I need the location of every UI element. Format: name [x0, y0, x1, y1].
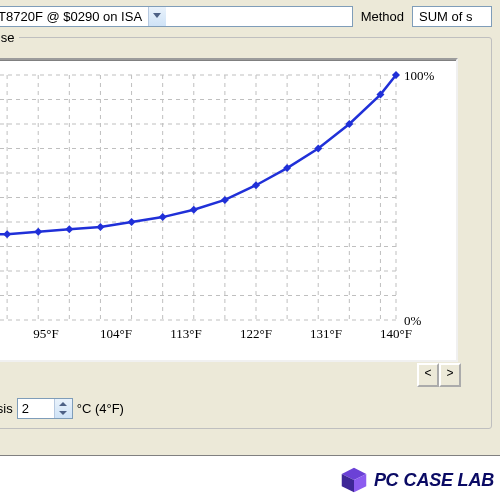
spinner-down-icon[interactable] [55, 409, 72, 419]
spinner-up-icon[interactable] [55, 399, 72, 409]
svg-text:0%: 0% [404, 313, 422, 328]
temp-max-decrease-button[interactable]: < [417, 363, 439, 387]
cube-icon [340, 466, 368, 494]
method-select-value: SUM of s [413, 9, 478, 24]
svg-text:122°F: 122°F [240, 326, 272, 341]
response-group: Response 86°F95°F104°F113°F122°F131°F140… [0, 37, 492, 429]
chip-select-dropdown[interactable]: m IT8720F @ $0290 on ISA [0, 6, 353, 27]
method-label: Method [361, 9, 404, 24]
hysteresis-input[interactable] [18, 399, 54, 418]
watermark-text-pc: PC [374, 470, 398, 490]
svg-text:131°F: 131°F [310, 326, 342, 341]
svg-text:95°F: 95°F [33, 326, 58, 341]
hysteresis-unit: °C (4°F) [77, 401, 124, 416]
fan-curve-chart[interactable]: 86°F95°F104°F113°F122°F131°F140°F100%0% [0, 58, 458, 362]
svg-text:100%: 100% [404, 68, 435, 83]
svg-text:113°F: 113°F [170, 326, 201, 341]
hysteresis-spinner[interactable] [17, 398, 73, 419]
temp-max-increase-button[interactable]: > [439, 363, 461, 387]
chevron-down-icon [148, 7, 166, 26]
svg-text:104°F: 104°F [100, 326, 132, 341]
hysteresis-label: Hysteresis [0, 401, 13, 416]
method-select-dropdown[interactable]: SUM of s [412, 6, 492, 27]
group-title: Response [0, 30, 19, 45]
svg-text:140°F: 140°F [380, 326, 412, 341]
watermark: PC CASE LAB [340, 466, 494, 494]
chip-select-value: m IT8720F @ $0290 on ISA [0, 9, 148, 24]
watermark-text-case: CASE LAB [404, 470, 494, 490]
